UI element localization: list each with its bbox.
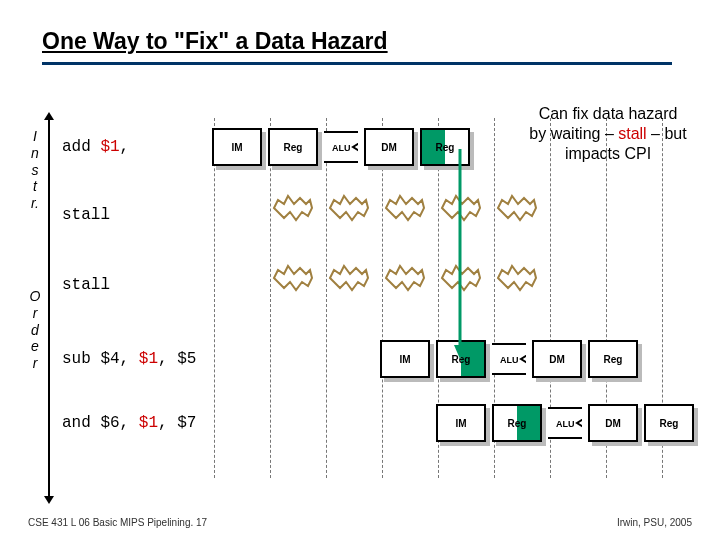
sep-text: , [120, 414, 139, 432]
dst-text: $4 [100, 350, 119, 368]
slide-title: One Way to "Fix" a Data Hazard [42, 28, 388, 55]
dst-text: $6 [100, 414, 119, 432]
svg-marker-3 [330, 196, 368, 220]
instruction-order-axis [48, 118, 50, 498]
instr-and: and $6, $1, $7 [62, 414, 352, 432]
footer-right: Irwin, PSU, 2005 [617, 517, 692, 528]
pipeline-row-add: add $1, IM Reg ALU DM Reg [62, 124, 470, 170]
bubble-row-1 [270, 194, 538, 222]
stage-reg-write: Reg [644, 404, 694, 442]
stage-im: IM [436, 404, 486, 442]
svg-marker-7 [274, 266, 312, 290]
svg-text:ALU: ALU [556, 419, 575, 429]
stage-dm: DM [364, 128, 414, 166]
svg-marker-17 [454, 345, 466, 359]
note-highlight: stall [618, 125, 646, 142]
bubble-icon [494, 264, 538, 292]
def-reg: $1 [100, 138, 119, 156]
svg-marker-11 [498, 266, 536, 290]
instr-add: add $1, [62, 138, 212, 156]
op-text: sub [62, 350, 100, 368]
pipeline-row-sub: sub $4, $1, $5 IM Reg ALU DM Reg [62, 336, 638, 382]
alu-icon: ALU [492, 337, 526, 381]
hazard-arrow [440, 145, 480, 365]
stage-reg-write: Reg [588, 340, 638, 378]
svg-text:ALU: ALU [332, 143, 351, 153]
stage-im: IM [212, 128, 262, 166]
rest-text: , [120, 138, 130, 156]
instr-sub: sub $4, $1, $5 [62, 350, 352, 368]
pipeline-row-and: and $6, $1, $7 IM Reg ALU DM Reg [62, 400, 694, 446]
bubble-row-2 [270, 264, 538, 292]
bubble-icon [326, 194, 370, 222]
op-text: add [62, 138, 100, 156]
svg-marker-6 [498, 196, 536, 220]
bubble-icon [382, 264, 426, 292]
bubble-icon [494, 194, 538, 222]
pipe-stages-sub: IM Reg ALU DM Reg [380, 337, 638, 381]
pipe-stages-add: IM Reg ALU DM Reg [212, 125, 470, 169]
op-text: and [62, 414, 100, 432]
bubble-icon [270, 264, 314, 292]
bubble-icon [326, 264, 370, 292]
ylabel-order: O r d e r [28, 288, 42, 372]
svg-marker-4 [386, 196, 424, 220]
instr-stall2: stall [62, 276, 212, 294]
pipe-stages-and: IM Reg ALU DM Reg [436, 401, 694, 445]
svg-text:ALU: ALU [500, 355, 519, 365]
src-reg: $1 [139, 414, 158, 432]
alu-icon: ALU [548, 401, 582, 445]
pipeline-row-stall2: stall [62, 262, 212, 308]
stage-alu: ALU [548, 401, 582, 445]
stage-dm: DM [532, 340, 582, 378]
title-underline [42, 62, 672, 65]
bubble-icon [382, 194, 426, 222]
svg-marker-9 [386, 266, 424, 290]
stage-im: IM [380, 340, 430, 378]
bubble-icon [270, 194, 314, 222]
annotation-note: Can fix data hazard by waiting – stall –… [528, 104, 688, 164]
alu-icon: ALU [324, 125, 358, 169]
stage-reg-read: Reg [492, 404, 542, 442]
sep-text: , [120, 350, 139, 368]
stage-reg-read: Reg [268, 128, 318, 166]
pipeline-row-stall1: stall [62, 192, 212, 238]
stage-alu: ALU [324, 125, 358, 169]
footer-left: CSE 431 L 06 Basic MIPS Pipelining. 17 [28, 517, 207, 528]
svg-marker-2 [274, 196, 312, 220]
rest-text: , $5 [158, 350, 196, 368]
src-reg: $1 [139, 350, 158, 368]
instr-stall1: stall [62, 206, 212, 224]
rest-text: , $7 [158, 414, 196, 432]
svg-marker-8 [330, 266, 368, 290]
stage-alu: ALU [492, 337, 526, 381]
stage-dm: DM [588, 404, 638, 442]
ylabel-instr: I n s t r. [28, 128, 42, 212]
